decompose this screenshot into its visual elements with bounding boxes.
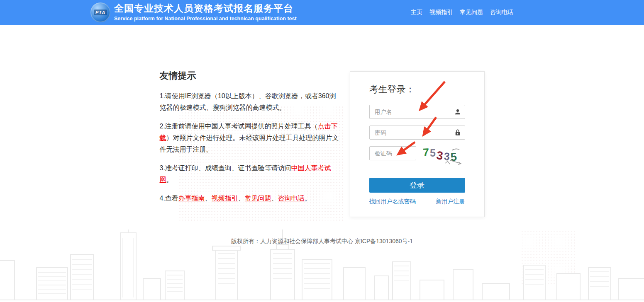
candidate-login-panel: 考生登录： 7 5 3 3 5: [350, 71, 485, 217]
tip-3-text: 。: [166, 176, 173, 183]
footer: 版权所有：人力资源和社会保障部人事考试中心 京ICP备13013060号-1: [0, 238, 644, 245]
captcha-row: 7 5 3 3 5: [369, 146, 465, 165]
username-input[interactable]: [369, 105, 465, 119]
captcha-digit: 3: [444, 151, 450, 162]
password-input[interactable]: [369, 126, 465, 140]
tip-3-text: 3.准考证打印、成绩查询、证书查验等请访问: [160, 164, 291, 172]
captcha-digit: 7: [422, 147, 429, 159]
tip-2: 2.注册前请使用中国人事考试网提供的照片处理工具（点击下载）对照片文件进行处理。…: [160, 121, 342, 155]
logo-text: PTA: [94, 10, 107, 15]
tip-2-text: 2.注册前请使用中国人事考试网提供的照片处理工具（: [160, 123, 318, 130]
password-field-wrap: [369, 126, 465, 140]
tip-4: 4.查看办事指南、视频指引、常见问题、咨询电话。: [160, 193, 342, 204]
new-user-register-link[interactable]: 新用户注册: [436, 198, 465, 205]
captcha-digit: 3: [436, 150, 444, 162]
captcha-input[interactable]: [369, 146, 416, 160]
contact-phone-link[interactable]: 咨询电话: [278, 195, 305, 202]
pta-logo-icon: PTA: [90, 2, 110, 22]
faq-link[interactable]: 常见问题: [245, 195, 271, 202]
captcha-field-wrap: [369, 146, 416, 160]
tip-3: 3.准考证打印、成绩查询、证书查验等请访问中国人事考试网。: [160, 162, 342, 186]
login-links: 找回用户名或密码 新用户注册: [369, 198, 465, 205]
tip-2-text: ）对照片文件进行处理。未经该照片处理工具处理的照片文件无法用于注册。: [160, 134, 339, 153]
captcha-digit: 5: [450, 152, 457, 163]
login-title: 考生登录：: [369, 83, 465, 96]
tip-1-text: 1.请使用IE浏览器（10以上版本）、谷歌浏览器，或者360浏览器的极速模式、搜…: [160, 92, 336, 111]
video-guide-link[interactable]: 视频指引: [212, 195, 238, 202]
tips-heading: 友情提示: [160, 70, 342, 82]
tip-4-text: 4.查看: [160, 195, 178, 202]
tip-4-text: 、: [205, 195, 212, 202]
nav-video-guide[interactable]: 视频指引: [429, 9, 453, 16]
nav-home[interactable]: 主页: [411, 9, 422, 16]
header: PTA 全国专业技术人员资格考试报名服务平台 Service platform …: [0, 0, 644, 25]
site-subtitle: Service platform for National Profession…: [114, 16, 297, 22]
copyright-text: 版权所有：人力资源和社会保障部人事考试中心 京ICP备13013060号-1: [231, 238, 413, 244]
service-guide-link[interactable]: 办事指南: [178, 195, 205, 202]
lock-icon: [454, 129, 461, 136]
main-content: 友情提示 1.请使用IE浏览器（10以上版本）、谷歌浏览器，或者360浏览器的极…: [160, 70, 485, 217]
nav-contact-phone[interactable]: 咨询电话: [490, 9, 513, 16]
header-titles: 全国专业技术人员资格考试报名服务平台 Service platform for …: [114, 3, 297, 22]
nav-faq[interactable]: 常见问题: [460, 9, 483, 16]
captcha-digit: 5: [430, 148, 436, 158]
login-button[interactable]: 登录: [369, 178, 465, 193]
tip-4-text: 。: [305, 195, 311, 202]
tip-4-text: 、: [271, 195, 278, 202]
tip-4-text: 、: [238, 195, 245, 202]
header-nav: 主页 视频指引 常见问题 咨询电话: [411, 9, 513, 16]
user-icon: [454, 108, 461, 116]
captcha-image[interactable]: 7 5 3 3 5: [423, 146, 465, 165]
username-field-wrap: [369, 105, 465, 119]
tip-1: 1.请使用IE浏览器（10以上版本）、谷歌浏览器，或者360浏览器的极速模式、搜…: [160, 90, 342, 114]
friendly-tips-section: 友情提示 1.请使用IE浏览器（10以上版本）、谷歌浏览器，或者360浏览器的极…: [160, 70, 342, 211]
forgot-credentials-link[interactable]: 找回用户名或密码: [369, 198, 416, 205]
site-title: 全国专业技术人员资格考试报名服务平台: [114, 3, 297, 14]
